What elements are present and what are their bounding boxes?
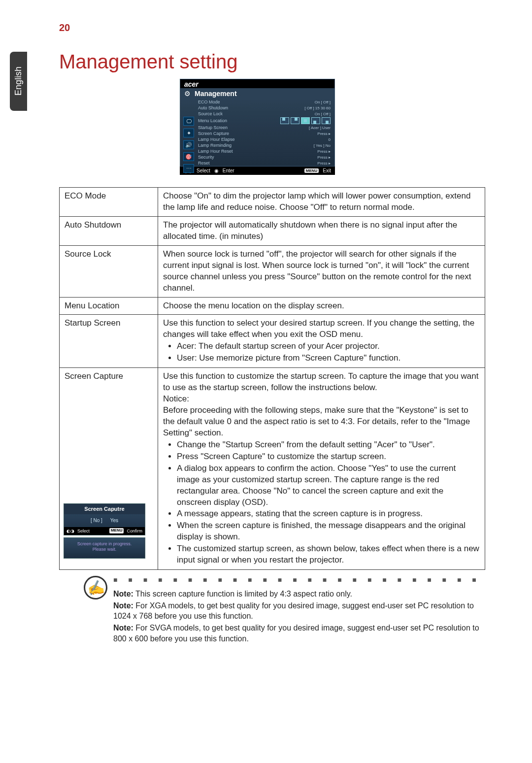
note-block: ✍ ■ ■ ■ ■ ■ ■ ■ ■ ■ ■ ■ ■ ■ ■ ■ ■ ■ ■ ■ … bbox=[113, 576, 485, 644]
language-tab: English bbox=[10, 52, 27, 111]
enter-glyph: ◉ bbox=[214, 168, 219, 173]
osd-icon-1: 🖵 bbox=[183, 117, 194, 126]
n1b: This screen capture function is limited … bbox=[133, 590, 352, 598]
row-srclock-v: When source lock is turned "off", the pr… bbox=[158, 245, 485, 297]
cap-p2: Notice: bbox=[163, 394, 189, 403]
cap-b4: A message appears, stating that the scre… bbox=[177, 508, 480, 520]
capture-k-label: Screen Capture bbox=[65, 371, 123, 381]
n3b: For SVGA models, to get best quality for… bbox=[113, 624, 479, 643]
cap-p1: Use this function to customize the start… bbox=[163, 371, 478, 392]
startup-b1: Acer: The default startup screen of your… bbox=[177, 341, 480, 352]
row-eco-k: ECO Mode bbox=[60, 188, 158, 217]
row-menuloc-v: Choose the menu location on the display … bbox=[158, 297, 485, 315]
cap-b1: Change the "Startup Screen" from the def… bbox=[177, 439, 480, 451]
sc-title: Screen Caputre bbox=[64, 504, 145, 514]
osd-security-val: Press ▸ bbox=[246, 155, 331, 160]
sc-yes: Yes bbox=[110, 517, 118, 524]
sc-confirm: Confirm bbox=[127, 528, 142, 534]
page-number: 20 bbox=[59, 22, 485, 33]
osd-lhe-val: 0 bbox=[246, 137, 331, 142]
foot-menu: MENU bbox=[304, 168, 319, 173]
row-startup-k: Startup Screen bbox=[60, 315, 158, 368]
osd-eco-val: On [ Off ] bbox=[246, 100, 331, 104]
row-capture-v: Use this function to customize the start… bbox=[158, 368, 485, 570]
sc-menu: MENU bbox=[109, 528, 124, 533]
sc-msg2: Please wait. bbox=[67, 547, 142, 553]
osd-icon-5: ⋯ bbox=[183, 164, 194, 173]
n2b: For XGA models, to get best quality for … bbox=[113, 601, 474, 621]
foot-exit: Exit bbox=[323, 168, 331, 173]
osd-lremind-val: [ Yes ] No bbox=[246, 143, 331, 148]
osd-reset-label: Reset bbox=[198, 161, 246, 166]
foot-enter: Enter bbox=[223, 168, 234, 173]
osd-srclock-label: Source Lock bbox=[198, 111, 246, 116]
n1a: Note: bbox=[113, 590, 133, 598]
osd-menuloc-label: Menu Location bbox=[198, 118, 246, 123]
sc-nav-glyphs: ◐◑ bbox=[66, 528, 74, 534]
osd-icon-2: ✦ bbox=[183, 129, 194, 137]
cap-b5: When the screen capture is finished, the… bbox=[177, 520, 480, 543]
osd-reset-val: Press ▸ bbox=[246, 161, 331, 166]
cap-b2: Press "Screen Capture" to customize the … bbox=[177, 451, 480, 463]
osd-auto-val: [ Off ] 15 30 60 bbox=[246, 106, 331, 110]
row-auto-k: Auto Shutdown bbox=[60, 216, 158, 245]
osd-srclock-val: On [ Off ] bbox=[246, 112, 331, 116]
row-menuloc-k: Menu Location bbox=[60, 297, 158, 315]
osd-lreset-val: Press ▸ bbox=[246, 149, 331, 154]
cap-b3: A dialog box appears to confirm the acti… bbox=[177, 463, 480, 508]
row-srclock-k: Source Lock bbox=[60, 245, 158, 297]
sc-msg1: Screen capture in progress. bbox=[67, 541, 142, 547]
startup-intro: Use this function to select your desired… bbox=[163, 318, 474, 339]
osd-startup-val: [ Acer ] User bbox=[246, 126, 331, 130]
startup-b2: User: Use memorize picture from "Screen … bbox=[177, 353, 480, 364]
osd-icon-4: 🎯 bbox=[183, 152, 194, 161]
sc-progress: Screen capture in progress. Please wait. bbox=[64, 537, 145, 559]
cap-b6: The customized startup screen, as shown … bbox=[177, 543, 480, 566]
dots: ■ ■ ■ ■ ■ ■ ■ ■ ■ ■ ■ ■ ■ ■ ■ ■ ■ ■ ■ ■ … bbox=[113, 576, 485, 584]
sc-dialog: Screen Caputre [ No ] Yes ◐◑ Select MENU… bbox=[64, 503, 145, 535]
cap-p3: Before proceeding with the following ste… bbox=[163, 405, 470, 437]
n2a: Note: bbox=[113, 601, 133, 610]
gear-icon: ⚙ bbox=[184, 90, 191, 98]
osd-startup-label: Startup Screen bbox=[198, 125, 246, 130]
n3a: Note: bbox=[113, 624, 133, 632]
row-auto-v: The projector will automatically shutdow… bbox=[158, 216, 485, 245]
page-title: Management setting bbox=[59, 51, 485, 73]
osd-side-icons: 🖵 ✦ 🔊 🎯 ⋯ bbox=[183, 117, 197, 173]
row-startup-v: Use this function to select your desired… bbox=[158, 315, 485, 368]
osd-lreset-label: Lamp Hour Reset bbox=[198, 149, 246, 154]
osd-lremind-label: Lamp Reminding bbox=[198, 143, 246, 148]
row-capture-k: Screen Capture Screen Caputre [ No ] Yes… bbox=[60, 368, 158, 570]
osd-title: Management bbox=[195, 90, 237, 98]
sc-select: Select bbox=[77, 528, 90, 534]
osd-menuloc-val bbox=[246, 117, 331, 124]
note-icon: ✍ bbox=[82, 574, 109, 601]
sc-no: [ No ] bbox=[91, 517, 102, 524]
row-eco-v: Choose "On" to dim the projector lamp wh… bbox=[158, 188, 485, 217]
osd-capture-label: Screen Capture bbox=[198, 131, 246, 136]
osd-logo: acer bbox=[180, 79, 334, 88]
language-label: English bbox=[13, 66, 24, 96]
osd-screenshot: acer ⚙ Management 🖵 ✦ 🔊 🎯 ⋯ ECO ModeOn [… bbox=[180, 79, 335, 175]
osd-auto-label: Auto Shutdown bbox=[198, 105, 246, 110]
osd-lhe-label: Lamp Hour Elapse bbox=[198, 137, 246, 142]
osd-icon-3: 🔊 bbox=[183, 140, 194, 149]
settings-table: ECO Mode Choose "On" to dim the projecto… bbox=[59, 187, 485, 570]
osd-capture-val: Press ▸ bbox=[246, 132, 331, 136]
foot-select: Select bbox=[197, 168, 210, 173]
osd-eco-label: ECO Mode bbox=[198, 100, 246, 104]
osd-security-label: Security bbox=[198, 155, 246, 160]
